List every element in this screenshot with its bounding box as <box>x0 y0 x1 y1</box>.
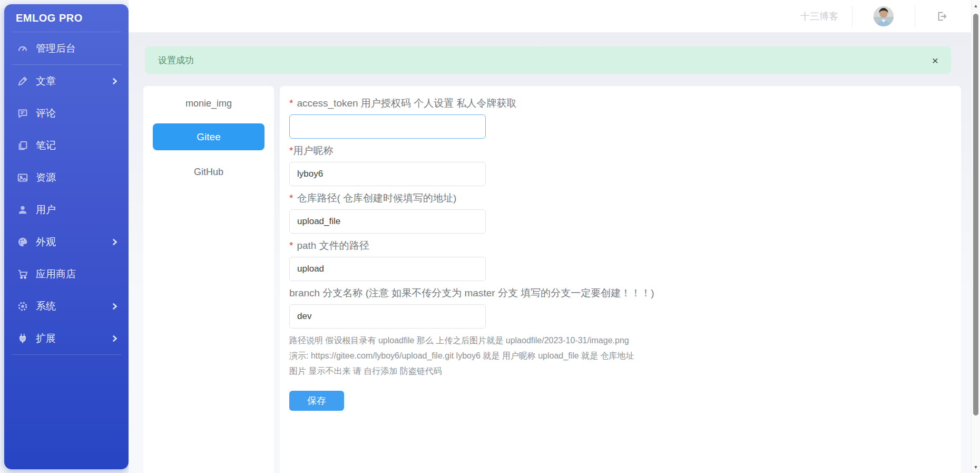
sidebar-item-resources[interactable]: 资源 <box>4 161 129 194</box>
sidebar-item-label: 扩展 <box>36 332 56 345</box>
image-icon <box>17 172 28 184</box>
tab-github[interactable]: GitHub <box>143 157 274 187</box>
nickname-input[interactable] <box>289 162 486 186</box>
sidebar-item-label: 评论 <box>36 107 56 120</box>
sidebar-divider <box>12 354 121 355</box>
file-path-input[interactable] <box>289 257 486 281</box>
field-label-branch: branch 分支名称 (注意 如果不传分支为 master 分支 填写的分支一… <box>289 286 948 300</box>
app-logo: EMLOG PRO <box>4 4 129 32</box>
sidebar-item-label: 管理后台 <box>36 42 76 55</box>
scrollbar-down-icon[interactable]: ▼ <box>972 465 980 470</box>
dashboard-icon <box>17 43 28 54</box>
help-text-line: 图片 显示不出来 请 自行添加 防盗链代码 <box>289 364 948 378</box>
user-icon <box>17 204 28 216</box>
chevron-right-icon <box>112 335 118 342</box>
sidebar: EMLOG PRO 管理后台 文章 评论 <box>4 4 129 469</box>
sidebar-item-articles[interactable]: 文章 <box>4 65 129 97</box>
sidebar-item-label: 笔记 <box>36 139 56 152</box>
help-text-line: 演示: https://gitee.com/lyboy6/upload_file… <box>289 349 948 363</box>
sidebar-item-label: 外观 <box>36 235 56 249</box>
sidebar-item-system[interactable]: 系统 <box>4 290 129 322</box>
field-label-file-path: *path 文件的路径 <box>289 239 948 253</box>
sidebar-item-label: 用户 <box>36 203 56 217</box>
chevron-right-icon <box>112 78 118 84</box>
alert-close-icon[interactable]: × <box>932 55 938 66</box>
sidebar-item-users[interactable]: 用户 <box>4 194 129 226</box>
cart-icon <box>17 268 28 280</box>
chevron-right-icon <box>112 239 118 245</box>
pencil-icon <box>17 75 28 87</box>
branch-input[interactable] <box>289 304 486 329</box>
logout-icon[interactable] <box>936 11 948 22</box>
avatar[interactable] <box>874 6 894 26</box>
sidebar-item-label: 系统 <box>36 300 56 313</box>
chevron-right-icon <box>112 303 118 310</box>
tab-monie-img[interactable]: monie_img <box>143 88 274 119</box>
success-alert: 设置成功 × <box>145 46 951 74</box>
save-button[interactable]: 保存 <box>289 391 344 411</box>
plug-icon <box>17 333 28 344</box>
gear-icon <box>17 301 28 312</box>
settings-panel: monie_img Gitee GitHub *access_token 用户授… <box>143 86 961 473</box>
sidebar-item-notes[interactable]: 笔记 <box>4 129 129 161</box>
repo-path-input[interactable] <box>289 209 486 234</box>
alert-message: 设置成功 <box>145 54 194 66</box>
topbar-divider <box>915 6 915 27</box>
app-window: EMLOG PRO 管理后台 文章 评论 <box>0 0 980 473</box>
tab-gitee[interactable]: Gitee <box>153 123 264 150</box>
scrollbar-thumb[interactable] <box>973 14 978 416</box>
palette-icon <box>17 236 28 248</box>
sidebar-item-comments[interactable]: 评论 <box>4 97 129 129</box>
topbar: 十三博客 <box>129 0 971 33</box>
topbar-divider <box>852 6 852 27</box>
main-content: 设置成功 × monie_img Gitee GitHub *access_to… <box>129 33 971 473</box>
help-text-line: 路径说明 假设根目录有 uploadfile 那么 上传之后图片就是 uplao… <box>289 334 948 347</box>
sidebar-item-app-store[interactable]: 应用商店 <box>4 258 129 290</box>
sidebar-item-label: 文章 <box>36 74 56 88</box>
field-label-access-token: *access_token 用户授权码 个人设置 私人令牌获取 <box>289 96 948 110</box>
sidebar-item-appearance[interactable]: 外观 <box>4 226 129 258</box>
site-name-link[interactable]: 十三博客 <box>800 10 838 23</box>
scrollbar-up-icon[interactable]: ▲ <box>972 3 980 8</box>
notes-icon <box>17 140 28 151</box>
field-label-nickname: *用户昵称 <box>289 144 948 158</box>
gitee-settings-form: *access_token 用户授权码 个人设置 私人令牌获取 *用户昵称 *仓… <box>280 86 961 473</box>
plugin-tab-column: monie_img Gitee GitHub <box>143 86 274 473</box>
required-asterisk: * <box>289 192 293 204</box>
page-scrollbar[interactable]: ▲ ▼ <box>971 0 980 473</box>
required-asterisk: * <box>289 240 293 251</box>
sidebar-item-dashboard[interactable]: 管理后台 <box>4 32 129 64</box>
sidebar-item-extensions[interactable]: 扩展 <box>4 322 129 354</box>
field-label-repo-path: *仓库路径( 仓库创建时候填写的地址) <box>289 191 948 205</box>
comment-icon <box>17 108 28 119</box>
access-token-input[interactable] <box>289 114 486 139</box>
required-asterisk: * <box>289 98 293 109</box>
sidebar-item-label: 应用商店 <box>36 267 76 281</box>
sidebar-item-label: 资源 <box>36 171 56 185</box>
